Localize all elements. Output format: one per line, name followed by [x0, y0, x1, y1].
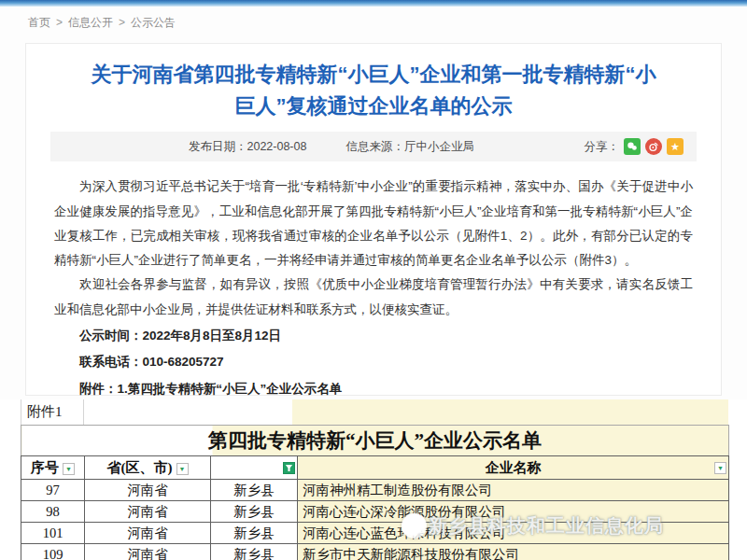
breadcrumb-section[interactable]: 信息公开 [68, 16, 113, 29]
weibo-share-icon[interactable] [645, 138, 662, 155]
cell-province: 河南省 [85, 501, 211, 523]
column-header-province: 省(区、市)▼ [85, 456, 211, 480]
table-row: 101 河南省 新乡县 河南心连心蓝色环保科技有限公司 [21, 523, 729, 544]
breadcrumb-current: 公示公告 [131, 16, 176, 29]
funnel-icon [285, 464, 293, 472]
yellow-column-spacer [292, 399, 728, 425]
filter-dropdown-icon[interactable]: ▼ [176, 463, 189, 475]
cell-company: 河南心连心深冷能源股份有限公司 [298, 501, 729, 523]
share-bar: 分享： ★ [585, 138, 684, 155]
publish-date-value: 2022-08-08 [247, 140, 307, 153]
cell-county: 新乡县 [211, 480, 298, 501]
table-row: 109 河南省 新乡县 新乡市中天新能源科技股份有限公司 [21, 544, 729, 560]
cell-county: 新乡县 [211, 523, 298, 544]
column-header-county [211, 456, 298, 480]
info-source-value: 厅中小企业局 [404, 140, 474, 153]
company-header-label: 企业名称 [486, 460, 542, 475]
qzone-share-icon[interactable]: ★ [667, 138, 684, 155]
filter-active-icon[interactable] [283, 462, 295, 474]
attachment-line-1: 附件：1.第四批专精特新“小巨人”企业公示名单 [54, 377, 693, 401]
attachment-label-cell: 附件1 [21, 399, 84, 425]
company-table: 第四批专精特新“小巨人”企业公示名单 序号▼ 省(区、市)▼ 企业名称▼ 97 … [21, 425, 729, 560]
province-header-label: 省(区、市) [107, 460, 173, 475]
cell-company: 河南神州精工制造股份有限公司 [298, 480, 729, 501]
top-gradient-bar [0, 0, 747, 7]
table-row: 98 河南省 新乡县 河南心连心深冷能源股份有限公司 [21, 501, 729, 523]
cell-county: 新乡县 [211, 501, 298, 523]
wechat-share-icon[interactable] [624, 138, 641, 155]
attachment-1: 1.第四批专精特新“小巨人”企业公示名单 [118, 382, 343, 396]
article-paragraph: 为深入贯彻习近平总书记关于“培育一批‘专精特新’中小企业”的重要指示精神，落实中… [54, 175, 693, 273]
wechat-bubbles-glyph [627, 141, 638, 152]
table-row: 97 河南省 新乡县 河南神州精工制造股份有限公司 [21, 480, 729, 501]
breadcrumb-separator: > [56, 16, 63, 29]
breadcrumb-separator: > [119, 16, 125, 29]
weibo-glyph [648, 141, 659, 152]
page-title: 关于河南省第四批专精特新“小巨人”企业和第一批专精特新“小巨人”复核通过企业名单… [84, 59, 663, 122]
filter-dropdown-icon[interactable]: ▼ [63, 463, 75, 475]
notice-time-line: 公示时间：2022年8月8日至8月12日 [54, 324, 693, 348]
cell-seq: 98 [21, 501, 85, 523]
cell-county: 新乡县 [211, 544, 298, 560]
cell-province: 河南省 [85, 544, 211, 560]
star-icon: ★ [670, 141, 680, 153]
info-source: 信息来源：厅中小企业局 [345, 139, 474, 155]
info-source-label: 信息来源： [345, 140, 404, 153]
attachment-spreadsheet: 附件1 第四批专精特新“小巨人”企业公示名单 序号▼ 省(区、市)▼ 企业名称▼… [0, 399, 747, 560]
breadcrumb-home[interactable]: 首页 [28, 16, 50, 29]
table-title: 第四批专精特新“小巨人”企业公示名单 [21, 426, 729, 456]
attachments-label: 附件： [79, 382, 118, 396]
cell-seq: 97 [21, 480, 85, 501]
cell-company: 新乡市中天新能源科技股份有限公司 [298, 544, 729, 560]
article-card: 关于河南省第四批专精特新“小巨人”企业和第一批专精特新“小巨人”复核通过企业名单… [25, 43, 722, 396]
cell-province: 河南省 [85, 480, 211, 501]
share-label: 分享： [585, 139, 620, 155]
publish-date-label: 发布日期： [189, 140, 247, 153]
column-header-company: 企业名称▼ [298, 456, 729, 480]
table-header-row: 序号▼ 省(区、市)▼ 企业名称▼ [21, 456, 729, 480]
publish-date: 发布日期：2022-08-08 [189, 139, 306, 155]
breadcrumb: 首页>信息公开>公示公告 [28, 15, 176, 31]
article-paragraph: 欢迎社会各界参与监督，如有异议，按照《优质中小企业梯度培育管理暂行办法》中有关要… [54, 273, 693, 322]
cell-seq: 101 [21, 523, 85, 544]
seq-header-label: 序号 [31, 460, 59, 475]
sheet-top-row: 附件1 [0, 399, 747, 425]
contact-phone-line: 联系电话：010-68205727 [54, 350, 693, 374]
table-title-row: 第四批专精特新“小巨人”企业公示名单 [21, 426, 729, 456]
cell-company: 河南心连心蓝色环保科技有限公司 [298, 523, 729, 544]
cell-province: 河南省 [85, 523, 211, 544]
column-header-seq: 序号▼ [21, 456, 85, 480]
filter-dropdown-icon[interactable]: ▼ [714, 462, 726, 474]
cell-seq: 109 [21, 544, 85, 560]
article-meta-bar: 发布日期：2022-08-08 信息来源：厅中小企业局 分享： ★ [50, 132, 697, 161]
